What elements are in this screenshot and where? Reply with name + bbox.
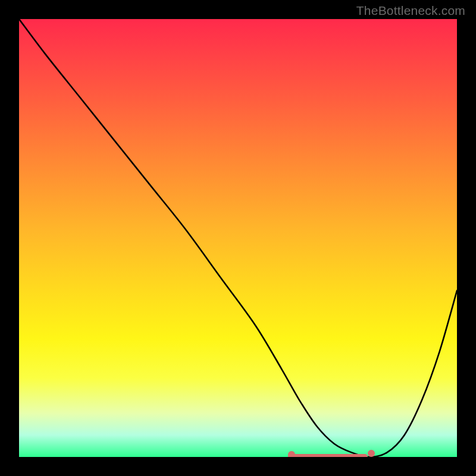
plot-area: [19, 19, 457, 457]
watermark-text: TheBottleneck.com: [356, 4, 465, 18]
chart-frame: TheBottleneck.com: [0, 0, 476, 476]
optimal-point-marker: [368, 450, 375, 457]
optimal-range-marker: [19, 19, 457, 457]
